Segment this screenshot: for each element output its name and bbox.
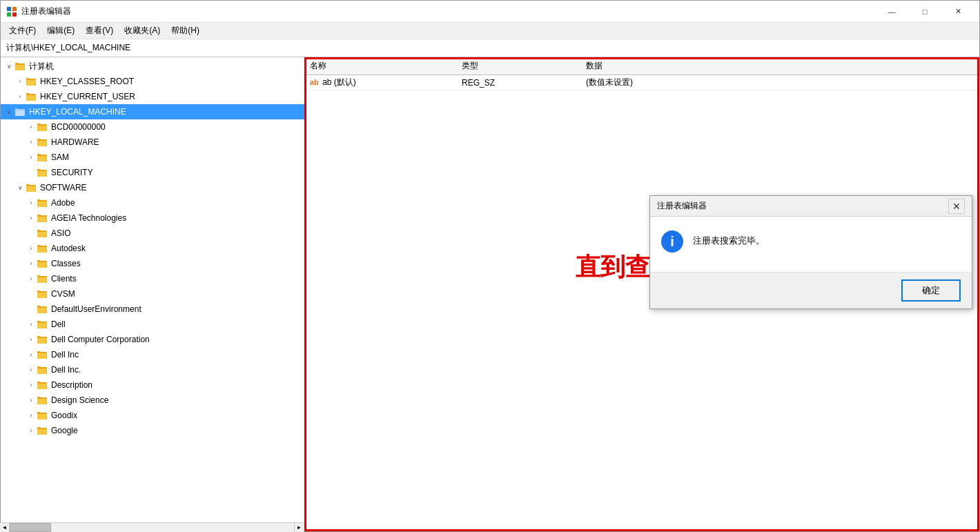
folder-icon-bcd [37, 122, 49, 132]
expand-dell[interactable]: › [26, 319, 37, 330]
tree-item-hardware[interactable]: › HARDWARE [1, 135, 304, 150]
expand-ageia[interactable]: › [26, 213, 37, 224]
expand-dell-inc2[interactable]: › [26, 364, 37, 375]
folder-icon-classes-root [26, 77, 38, 86]
expand-software[interactable]: ∨ [14, 182, 26, 193]
ok-button[interactable]: 确定 [901, 279, 961, 302]
tree-item-security[interactable]: SECURITY [1, 165, 304, 180]
window-title: 注册表编辑器 [21, 6, 876, 17]
expand-bcd[interactable]: › [26, 121, 37, 132]
tree-item-ageia[interactable]: › AGEIA Technologies [1, 210, 304, 226]
expand-autodesk[interactable]: › [26, 243, 37, 254]
tree-item-description[interactable]: › Description [1, 377, 304, 393]
tree-item-google[interactable]: › Google [1, 423, 304, 438]
tree-item-cvsm[interactable]: CVSM [1, 286, 304, 302]
h-scroll-thumb[interactable] [10, 523, 51, 532]
menu-file[interactable]: 文件(F) [3, 23, 41, 38]
tree-scroll-container: ∨ 计算机 › [1, 57, 304, 440]
tree-label-description: Description [51, 380, 92, 390]
minimize-button[interactable]: — [876, 1, 908, 23]
tree-label-dell-inc2: Dell Inc. [51, 365, 81, 375]
folder-icon-local-machine [14, 107, 27, 117]
tree-item-goodix[interactable]: › Goodix [1, 408, 304, 423]
tree-item-design-science[interactable]: › Design Science [1, 393, 304, 408]
cell-name-default: ab ab (默认) [307, 77, 459, 88]
menu-favorites[interactable]: 收藏夹(A) [119, 23, 166, 38]
expand-classes[interactable]: › [26, 258, 37, 269]
expand-classes-root[interactable]: › [14, 76, 26, 87]
expand-goodix[interactable]: › [26, 410, 37, 421]
tree-item-computer[interactable]: ∨ 计算机 [1, 59, 304, 74]
expand-dell-computer[interactable]: › [26, 334, 37, 345]
tree-label-autodesk: Autodesk [51, 244, 86, 253]
expand-design-science[interactable]: › [26, 395, 37, 406]
expand-dell-inc[interactable]: › [26, 349, 37, 360]
cell-data-default: (数值未设置) [583, 77, 977, 88]
svg-rect-0 [7, 7, 11, 11]
tree-label-dell-inc: Dell Inc [51, 350, 79, 359]
expand-current-user[interactable]: › [14, 91, 26, 102]
column-headers: 名称 类型 数据 [304, 57, 979, 75]
dialog-message: 注册表搜索完毕。 [693, 230, 765, 247]
tree-label-google: Google [51, 426, 78, 435]
expand-clients[interactable]: › [26, 273, 37, 284]
tree-item-classes[interactable]: › Classes [1, 256, 304, 271]
expand-hardware[interactable]: › [26, 137, 37, 148]
folder-icon-software [26, 183, 38, 193]
tree-label-hardware: HARDWARE [51, 137, 99, 147]
scroll-left-arrow[interactable]: ◄ [0, 523, 10, 533]
menu-view[interactable]: 查看(V) [80, 23, 119, 38]
expand-computer[interactable]: ∨ [3, 61, 14, 72]
menu-edit[interactable]: 编辑(E) [41, 23, 80, 38]
tree-label-hkey-local-machine: HKEY_LOCAL_MACHINE [29, 107, 126, 117]
tree-label-hkey-classes-root: HKEY_CLASSES_ROOT [40, 77, 134, 86]
tree-item-autodesk[interactable]: › Autodesk [1, 241, 304, 256]
tree-item-dell-inc[interactable]: › Dell Inc [1, 347, 304, 362]
tree-label-design-science: Design Science [51, 395, 108, 405]
tree-item-bcd[interactable]: › BCD00000000 [1, 119, 304, 135]
address-bar: 计算机\HKEY_LOCAL_MACHINE [1, 39, 979, 57]
tree-item-hkey-current-user[interactable]: › HKEY_CURRENT_USER [1, 89, 304, 104]
svg-rect-1 [12, 7, 17, 11]
maximize-button[interactable]: □ [909, 1, 941, 23]
tree-label-goodix: Goodix [51, 411, 77, 420]
window-controls: — □ ✕ [876, 1, 974, 23]
tree-label-software: SOFTWARE [40, 183, 87, 193]
tree-label-adobe: Adobe [51, 198, 75, 208]
tree-panel: ∨ 计算机 › [1, 57, 304, 531]
tree-item-adobe[interactable]: › Adobe [1, 195, 304, 210]
horizontal-scrollbar[interactable]: ◄ ► [0, 522, 304, 532]
scroll-right-arrow[interactable]: ► [294, 523, 304, 533]
expand-sam[interactable]: › [26, 152, 37, 163]
folder-icon-cvsm [37, 289, 49, 299]
tree-item-dell-inc2[interactable]: › Dell Inc. [1, 362, 304, 377]
tree-item-dell-computer[interactable]: › Dell Computer Corporation [1, 332, 304, 347]
tree-item-asio[interactable]: ASIO [1, 226, 304, 241]
tree-item-clients[interactable]: › Clients [1, 271, 304, 286]
folder-icon-dell-computer [37, 335, 49, 344]
tree-item-sam[interactable]: › SAM [1, 150, 304, 165]
expand-adobe[interactable]: › [26, 197, 37, 208]
tree-label-clients: Clients [51, 274, 77, 284]
tree-label-dell-computer: Dell Computer Corporation [51, 335, 150, 344]
dialog-close-button[interactable]: ✕ [948, 199, 965, 214]
tree-label-hkey-current-user: HKEY_CURRENT_USER [40, 92, 135, 101]
tree-item-hkey-local-machine[interactable]: ∨ HKEY_LOCAL_MACHINE [1, 104, 304, 119]
close-button[interactable]: ✕ [942, 1, 974, 23]
col-header-type: 类型 [459, 60, 583, 72]
expand-google[interactable]: › [26, 425, 37, 436]
expand-description[interactable]: › [26, 380, 37, 391]
folder-icon-description [37, 380, 49, 390]
folder-icon-dell-inc [37, 350, 49, 359]
tree-item-hkey-classes-root[interactable]: › HKEY_CLASSES_ROOT [1, 74, 304, 89]
tree-item-defaultuserenv[interactable]: DefaultUserEnvironment [1, 302, 304, 317]
folder-icon-hardware [37, 137, 49, 147]
folder-icon-goodix [37, 411, 49, 420]
data-row-default[interactable]: ab ab (默认) REG_SZ (数值未设置) [304, 75, 979, 90]
app-icon [6, 6, 17, 17]
folder-icon-google [37, 426, 49, 435]
expand-local-machine[interactable]: ∨ [3, 106, 14, 117]
tree-item-dell[interactable]: › Dell [1, 317, 304, 332]
tree-item-software[interactable]: ∨ SOFTWARE [1, 180, 304, 195]
menu-help[interactable]: 帮助(H) [166, 23, 205, 38]
